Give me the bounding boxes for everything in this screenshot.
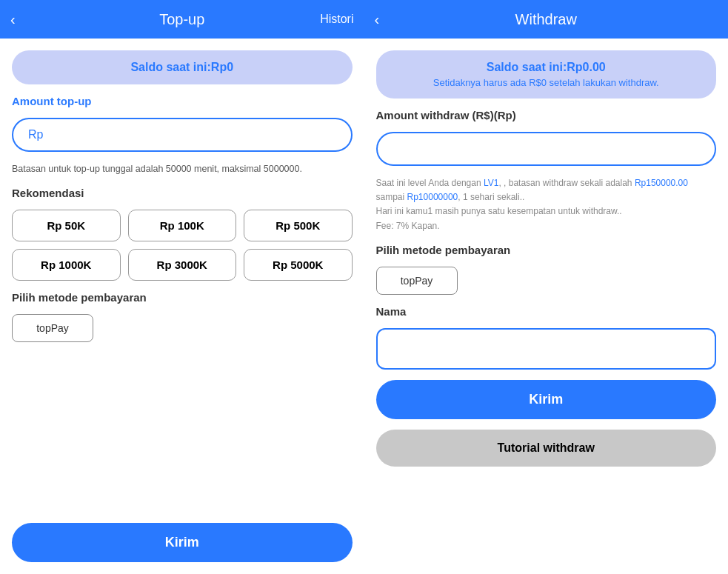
amount-input[interactable] (12, 118, 353, 152)
withdraw-amount-label: Amount withdraw (R$)(Rp) (376, 109, 717, 121)
withdraw-balance-value: Rp0.00 (567, 61, 605, 73)
rekom-grid: Rp 50K Rp 100K Rp 500K Rp 1000K Rp 3000K… (12, 210, 353, 281)
withdraw-back-button[interactable]: ‹ (375, 11, 380, 28)
withdraw-balance-sub: Setidaknya harus ada R$0 setelah lakukan… (391, 77, 702, 88)
withdraw-header: ‹ Withdraw (364, 0, 729, 39)
topup-balance-box: Saldo saat ini:Rp0 (12, 50, 353, 84)
withdraw-toppay-button[interactable]: topPay (376, 267, 458, 295)
rekom-btn-1000k[interactable]: Rp 1000K (12, 249, 121, 281)
withdraw-hint-line1: Saat ini level Anda dengan (376, 178, 484, 188)
rekom-btn-5000k[interactable]: Rp 5000K (244, 249, 353, 281)
withdraw-panel: ‹ Withdraw Saldo saat ini:Rp0.00 Setidak… (364, 0, 729, 574)
withdraw-hint-line3: , 1 sehari sekali.. (458, 192, 524, 202)
rekomendasi-label: Rekomendasi (12, 187, 353, 199)
topup-header: ‹ Top-up Histori (0, 0, 364, 39)
withdraw-hint-lv: LV1 (484, 178, 498, 188)
withdraw-amount-input[interactable] (376, 132, 717, 166)
withdraw-balance-prefix: Saldo saat ini: (487, 61, 567, 73)
tutorial-withdraw-button[interactable]: Tutorial withdraw (376, 430, 717, 467)
topup-kirim-button[interactable]: Kirim (12, 523, 353, 562)
topup-balance-value: Rp0 (211, 61, 233, 73)
withdraw-hint: Saat ini level Anda dengan LV1, , batasa… (376, 176, 717, 233)
topup-back-button[interactable]: ‹ (10, 11, 16, 28)
withdraw-hint-min: Rp150000.00 (635, 178, 688, 188)
topup-hint: Batasan untuk top-up tunggal adalah 5000… (12, 162, 353, 176)
withdraw-hint-line5: Fee: 7% Kapan. (376, 221, 440, 231)
withdraw-title: Withdraw (515, 11, 577, 28)
withdraw-payment-label: Pilih metode pembayaran (376, 244, 717, 256)
topup-balance-label: Saldo saat ini:Rp0 (27, 61, 338, 74)
topup-toppay-button[interactable]: topPay (12, 314, 93, 342)
topup-title: Top-up (159, 11, 204, 28)
topup-panel: ‹ Top-up Histori Saldo saat ini:Rp0 Amou… (0, 0, 364, 574)
withdraw-content: Saldo saat ini:Rp0.00 Setidaknya harus a… (364, 39, 729, 574)
withdraw-hint-to: sampai (376, 192, 407, 202)
withdraw-hint-line4: Hari ini kamu1 masih punya satu kesempat… (376, 206, 622, 216)
amount-label: Amount top-up (12, 95, 353, 107)
rekom-btn-500k[interactable]: Rp 500K (244, 210, 353, 241)
withdraw-nama-input[interactable] (376, 328, 717, 370)
rekom-btn-3000k[interactable]: Rp 3000K (128, 249, 237, 281)
withdraw-balance-box: Saldo saat ini:Rp0.00 Setidaknya harus a… (376, 50, 717, 99)
withdraw-kirim-button[interactable]: Kirim (376, 380, 717, 419)
topup-histori-button[interactable]: Histori (320, 13, 353, 26)
withdraw-nama-label: Nama (376, 305, 717, 318)
topup-content: Saldo saat ini:Rp0 Amount top-up Batasan… (0, 39, 364, 574)
rekom-btn-50k[interactable]: Rp 50K (12, 210, 121, 241)
withdraw-balance-label: Saldo saat ini:Rp0.00 (391, 61, 702, 74)
withdraw-hint-line2: , , batasan withdraw sekali adalah (498, 178, 634, 188)
topup-balance-prefix: Saldo saat ini: (130, 61, 210, 73)
topup-payment-label: Pilih metode pembayaran (12, 291, 353, 304)
amount-section: Amount top-up (12, 95, 353, 107)
withdraw-hint-max: Rp10000000 (407, 192, 458, 202)
rekom-btn-100k[interactable]: Rp 100K (128, 210, 237, 241)
